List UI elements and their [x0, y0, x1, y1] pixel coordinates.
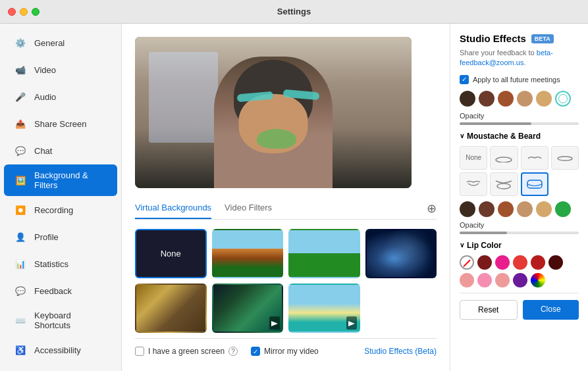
mirror-video-option: ✓ Mirror my video — [251, 347, 319, 356]
apply-checkbox[interactable]: ✓ — [460, 75, 469, 84]
sidebar-label-recording: Recording — [34, 205, 73, 215]
studio-effects-link[interactable]: Studio Effects (Beta) — [364, 347, 437, 356]
mustache-style-6[interactable] — [521, 172, 548, 196]
lip-color-red[interactable] — [513, 255, 527, 270]
mustache-color-dark-brown[interactable] — [460, 201, 475, 217]
background-space[interactable] — [365, 229, 437, 278]
eyebrow-color-cyan[interactable] — [555, 91, 571, 107]
sidebar-item-profile[interactable]: 👤 Profile — [4, 224, 117, 250]
eyebrow-color-light-tan[interactable] — [536, 91, 552, 107]
svg-point-2 — [496, 157, 512, 162]
lip-color-crimson[interactable] — [531, 255, 545, 270]
green-screen-checkbox[interactable] — [135, 347, 144, 356]
mustache-style-5[interactable] — [490, 172, 518, 196]
maximize-traffic-light[interactable] — [32, 8, 40, 16]
eyebrow-opacity-fill — [460, 122, 531, 125]
svg-marker-1 — [348, 321, 355, 326]
lip-color-hot-pink[interactable] — [495, 255, 510, 270]
sidebar-label-background: Background & Filters — [34, 170, 108, 190]
mustache-opacity-label: Opacity — [460, 221, 579, 229]
tab-video-filters[interactable]: Video Filters — [225, 197, 272, 219]
green-screen-label: I have a green screen — [148, 347, 225, 356]
lip-color-pink[interactable] — [477, 273, 492, 287]
background-aurora[interactable] — [212, 284, 284, 333]
accessibility-icon: ♿ — [13, 343, 28, 357]
backgrounds-grid: None — [135, 229, 437, 333]
sidebar-item-recording[interactable]: ⏺️ Recording — [4, 197, 117, 223]
mustache-color-sienna[interactable] — [498, 201, 514, 217]
sidebar-item-keyboard[interactable]: ⌨️ Keyboard Shortcuts — [4, 305, 117, 336]
mustache-opacity-fill — [460, 232, 507, 234]
background-green-field[interactable] — [288, 229, 360, 278]
sidebar-item-video[interactable]: 📹 Video — [4, 57, 117, 83]
eyebrow-color-tan[interactable] — [517, 91, 533, 107]
lip-section-header[interactable]: ∨ Lip Color — [460, 241, 579, 250]
minimize-traffic-light[interactable] — [20, 8, 28, 16]
sidebar-label-profile: Profile — [34, 232, 59, 242]
mustache-section-label: Moustache & Beard — [467, 132, 541, 141]
mirror-video-label: Mirror my video — [264, 347, 319, 356]
traffic-lights — [8, 8, 40, 16]
sidebar-item-share-screen[interactable]: 📤 Share Screen — [4, 111, 117, 137]
sidebar-item-feedback[interactable]: 💬 Feedback — [4, 278, 117, 304]
eyebrow-color-sienna[interactable] — [498, 91, 514, 107]
background-none[interactable]: None — [135, 229, 207, 278]
panel-bottom-buttons: Reset Close — [460, 293, 579, 320]
app-body: ⚙️ General 📹 Video 🎤 Audio 📤 Share Scree… — [0, 24, 588, 371]
lip-color-dark-maroon[interactable] — [548, 255, 563, 270]
svg-point-4 — [497, 184, 510, 189]
add-background-button[interactable]: ⊕ — [427, 201, 437, 216]
mustache-style-1[interactable] — [490, 146, 518, 170]
studio-effects-panel: Studio Effects BETA Share your feedback … — [450, 24, 588, 371]
lip-color-salmon[interactable] — [495, 273, 510, 287]
close-traffic-light[interactable] — [8, 8, 16, 16]
eyebrow-opacity-slider[interactable] — [460, 122, 579, 125]
mustache-color-tan[interactable] — [517, 201, 533, 217]
mustache-section-header[interactable]: ∨ Moustache & Beard — [460, 132, 579, 141]
mustache-style-3[interactable] — [551, 146, 579, 170]
lip-color-purple[interactable] — [513, 273, 527, 287]
lip-color-none[interactable] — [460, 255, 474, 270]
apply-label: Apply to all future meetings — [473, 76, 560, 84]
lip-section-label: Lip Color — [467, 241, 502, 250]
mustache-style-2[interactable] — [521, 146, 548, 170]
main-content: Virtual Backgrounds Video Filters ⊕ None — [122, 24, 588, 371]
sidebar-item-accessibility[interactable]: ♿ Accessibility — [4, 337, 117, 363]
eyebrow-opacity-section: Opacity — [460, 112, 579, 125]
mustache-style-4[interactable] — [460, 172, 487, 196]
mustache-color-light-tan[interactable] — [536, 201, 552, 217]
green-screen-help-icon[interactable]: ? — [228, 347, 238, 356]
close-button[interactable]: Close — [523, 300, 579, 320]
lip-color-swatches — [460, 255, 579, 287]
video-badge-aurora — [269, 316, 280, 330]
sidebar-item-general[interactable]: ⚙️ General — [4, 30, 117, 56]
reset-button[interactable]: Reset — [460, 300, 518, 320]
sidebar-item-chat[interactable]: 💬 Chat — [4, 137, 117, 164]
mustache-none[interactable]: None — [460, 146, 487, 170]
sidebar-item-statistics[interactable]: 📊 Statistics — [4, 251, 117, 277]
sidebar-label-video: Video — [34, 65, 56, 75]
mirror-video-checkbox[interactable]: ✓ — [251, 347, 260, 356]
mustache-chevron-icon: ∨ — [460, 132, 464, 139]
tab-virtual-backgrounds[interactable]: Virtual Backgrounds — [135, 197, 211, 219]
lip-color-rainbow[interactable] — [531, 273, 545, 287]
video-preview — [135, 37, 412, 188]
mustache-color-medium-brown[interactable] — [479, 201, 494, 217]
mustache-opacity-slider[interactable] — [460, 232, 579, 234]
background-library[interactable] — [135, 284, 207, 333]
audio-icon: 🎤 — [13, 89, 28, 104]
mustache-color-green[interactable] — [555, 201, 571, 217]
lip-color-dark-red[interactable] — [477, 255, 492, 270]
svg-marker-0 — [271, 321, 278, 326]
eyebrow-color-medium-brown[interactable] — [479, 91, 494, 107]
share-screen-icon: 📤 — [13, 116, 28, 131]
eyebrow-color-dark-brown[interactable] — [460, 91, 475, 107]
background-golden-gate[interactable] — [212, 229, 284, 278]
background-beach[interactable] — [288, 284, 360, 333]
sidebar-label-audio: Audio — [34, 92, 56, 102]
feedback-link[interactable]: beta-feedback@zoom.us — [460, 49, 553, 66]
keyboard-icon: ⌨️ — [13, 313, 28, 328]
lip-color-light-pink[interactable] — [460, 273, 474, 287]
sidebar-item-audio[interactable]: 🎤 Audio — [4, 84, 117, 110]
sidebar-item-background[interactable]: 🖼️ Background & Filters — [4, 164, 117, 196]
